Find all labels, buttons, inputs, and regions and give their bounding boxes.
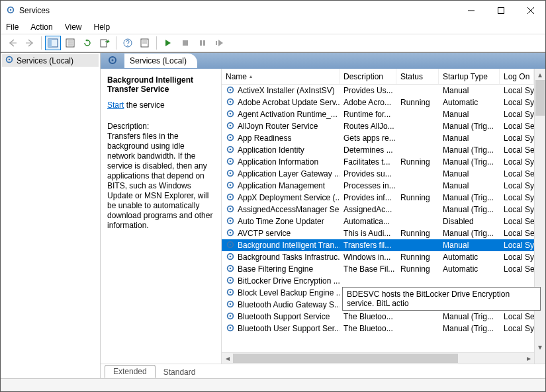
- v-scroll-thumb[interactable]: [535, 80, 545, 116]
- svg-point-59: [230, 267, 232, 269]
- menu-help[interactable]: Help: [94, 22, 111, 32]
- service-row[interactable]: Bluetooth User Support Ser...The Bluetoo…: [222, 323, 534, 334]
- cell-description: Adobe Acro...: [340, 98, 396, 107]
- service-row[interactable]: ActiveX Installer (AxInstSV)Provides Us.…: [222, 85, 534, 97]
- service-row[interactable]: Application InformationFacilitates t...R…: [222, 156, 534, 168]
- service-row[interactable]: Adobe Acrobat Update Serv...Adobe Acro..…: [222, 97, 534, 108]
- service-row[interactable]: App ReadinessGets apps re...ManualLocal …: [222, 132, 534, 144]
- svg-point-69: [230, 327, 232, 329]
- back-button[interactable]: [5, 36, 21, 50]
- tooltip: BDESVC hosts the BitLocker Drive Encrypt…: [342, 287, 541, 311]
- menu-action[interactable]: Action: [30, 22, 52, 32]
- cell-status: Running: [396, 157, 439, 167]
- cell-startup: Automatic: [439, 264, 500, 274]
- service-row[interactable]: Agent Activation Runtime_...Runtime for.…: [222, 108, 534, 120]
- service-row[interactable]: Application Layer Gateway ...Provides su…: [222, 168, 534, 180]
- svg-point-41: [230, 160, 232, 162]
- service-row[interactable]: Application IdentityDetermines ...Manual…: [222, 144, 534, 156]
- cell-description: Automatica...: [340, 217, 396, 226]
- service-icon: [226, 288, 235, 299]
- service-icon: [226, 264, 235, 275]
- show-hide-tree-button[interactable]: [45, 36, 61, 50]
- menu-view[interactable]: View: [65, 22, 82, 32]
- service-icon: [226, 180, 235, 192]
- scroll-down-icon[interactable]: ▾: [535, 341, 545, 352]
- maximize-button[interactable]: [486, 1, 516, 20]
- col-name[interactable]: Name▴: [222, 69, 340, 84]
- tab-extended[interactable]: Extended: [105, 365, 156, 378]
- service-row[interactable]: Bluetooth Support ServiceThe Bluetoo...M…: [222, 311, 534, 323]
- service-row[interactable]: BitLocker Drive Encryption ...: [222, 275, 534, 287]
- svg-point-25: [9, 59, 11, 61]
- col-description[interactable]: Description: [340, 69, 396, 84]
- cell-logon: Local Se: [500, 122, 534, 131]
- nav-services-local[interactable]: Services (Local): [2, 54, 99, 67]
- cell-description: Provides inf...: [340, 193, 396, 202]
- start-service-button[interactable]: [160, 36, 176, 50]
- service-icon: [226, 192, 235, 204]
- start-link[interactable]: Start: [107, 100, 124, 110]
- cell-startup: Disabled: [439, 217, 500, 226]
- cell-description: The Base Fil...: [340, 264, 396, 274]
- cell-startup: Manual (Trig...: [439, 157, 500, 167]
- close-button[interactable]: [516, 1, 545, 20]
- svg-point-37: [230, 136, 232, 138]
- cell-description: Provides Us...: [340, 86, 396, 95]
- service-row[interactable]: Background Tasks Infrastruc...Windows in…: [222, 251, 534, 263]
- cell-description: Facilitates t...: [340, 157, 396, 167]
- forward-button[interactable]: [22, 36, 38, 50]
- help-button[interactable]: ?: [120, 36, 136, 50]
- scroll-right-icon[interactable]: ▸: [523, 353, 534, 364]
- description-text: Transfers files in the background using …: [107, 132, 214, 231]
- cell-logon: Local Se: [500, 312, 534, 321]
- service-row[interactable]: Background Intelligent Tran...Transfers …: [222, 239, 534, 251]
- service-row[interactable]: AVCTP serviceThis is Audi...RunningManua…: [222, 227, 534, 239]
- h-scroll-thumb[interactable]: [233, 354, 458, 363]
- service-row[interactable]: AssignedAccessManager Se...AssignedAc...…: [222, 204, 534, 216]
- tab-standard[interactable]: Standard: [156, 366, 204, 378]
- service-row[interactable]: Base Filtering EngineThe Base Fil...Runn…: [222, 263, 534, 275]
- service-icon: [226, 109, 235, 120]
- cell-startup: Manual (Trig...: [439, 324, 500, 333]
- main: Services (Local) Services (Local) Backgr…: [1, 52, 545, 378]
- minimize-button[interactable]: [456, 1, 486, 20]
- properties-button[interactable]: [62, 36, 78, 50]
- menu-file[interactable]: File: [6, 22, 19, 32]
- col-logon[interactable]: Log On: [500, 69, 534, 84]
- scroll-up-icon[interactable]: ▴: [535, 69, 545, 80]
- content-pane: Services (Local) Background Intelligent …: [101, 53, 545, 378]
- cell-startup: Manual: [439, 86, 500, 95]
- service-icon: [226, 97, 235, 108]
- cell-name: Bluetooth User Support Ser...: [222, 323, 340, 334]
- scroll-left-icon[interactable]: ◂: [222, 353, 233, 364]
- export-button[interactable]: [97, 36, 113, 50]
- cell-logon: Local Sy: [500, 98, 534, 107]
- cell-logon: Local Sy: [500, 157, 534, 167]
- pause-service-button[interactable]: [195, 36, 210, 50]
- cell-logon: Local Sy: [500, 134, 534, 143]
- service-row[interactable]: AppX Deployment Service (...Provides inf…: [222, 192, 534, 204]
- svg-point-31: [230, 100, 232, 102]
- refresh-button[interactable]: [79, 36, 95, 50]
- col-status[interactable]: Status: [396, 69, 439, 84]
- service-row[interactable]: Application ManagementProcesses in...Man…: [222, 180, 534, 192]
- svg-point-45: [230, 184, 232, 186]
- col-startup[interactable]: Startup Type: [439, 69, 500, 84]
- cell-name: Application Information: [222, 157, 340, 168]
- h-scrollbar[interactable]: ◂ ▸: [222, 352, 534, 364]
- gear-icon: [5, 55, 14, 66]
- cell-status: Running: [396, 193, 439, 202]
- service-row[interactable]: AllJoyn Router ServiceRoutes AllJo...Man…: [222, 120, 534, 132]
- cell-name: Base Filtering Engine: [222, 264, 340, 275]
- properties-sheet-button[interactable]: [137, 36, 153, 50]
- svg-point-63: [230, 291, 232, 293]
- restart-service-button[interactable]: [212, 36, 228, 50]
- svg-point-33: [230, 112, 232, 114]
- v-scrollbar[interactable]: ▴ ▾: [534, 69, 545, 364]
- cell-name: Application Management: [222, 180, 340, 192]
- cell-name: Application Identity: [222, 145, 340, 156]
- cell-name: AssignedAccessManager Se...: [222, 204, 340, 216]
- service-row[interactable]: Auto Time Zone UpdaterAutomatica...Disab…: [222, 216, 534, 227]
- service-icon: [226, 240, 235, 251]
- stop-service-button[interactable]: [177, 36, 193, 50]
